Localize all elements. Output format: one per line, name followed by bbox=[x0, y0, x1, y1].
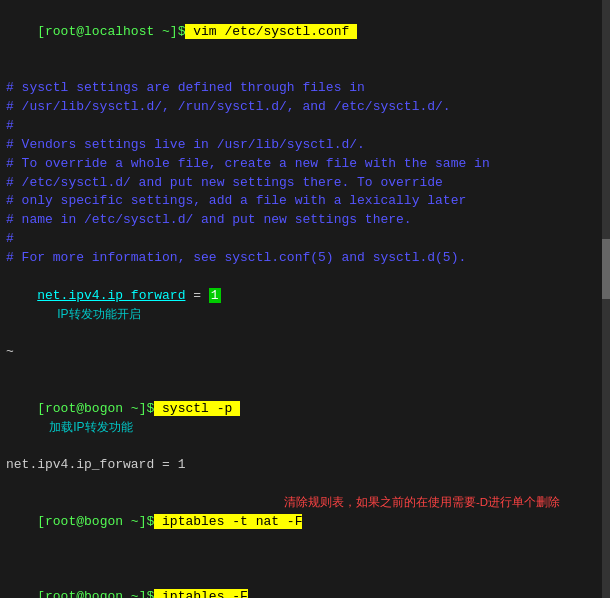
sysctl-output: net.ipv4.ip_forward = 1 bbox=[6, 456, 604, 475]
cmd-vim[interactable]: vim /etc/sysctl.conf bbox=[185, 24, 357, 39]
prompt-root: [root@localhost ~] bbox=[37, 24, 177, 39]
comment-2: # /usr/lib/sysctl.d/, /run/sysctl.d/, an… bbox=[6, 98, 604, 117]
terminal-window: [root@localhost ~]$ vim /etc/sysctl.conf… bbox=[0, 0, 610, 598]
command-iptables-F: [root@bogon ~]$ iptables -F bbox=[6, 569, 604, 598]
annotation-sysctl: 加载IP转发功能 bbox=[49, 420, 132, 434]
net-forward-line: net.ipv4.ip_forward = 1 IP转发功能开启 bbox=[6, 268, 604, 343]
command-line-vim: [root@localhost ~]$ vim /etc/sysctl.conf bbox=[6, 4, 604, 61]
command-iptables-natF: [root@bogon ~]$ iptables -t nat -F 清除规则表… bbox=[6, 494, 604, 569]
comment-9: # bbox=[6, 230, 604, 249]
blank-3 bbox=[6, 475, 604, 494]
net-ipv4-forward: net.ipv4.ip_forward bbox=[37, 288, 185, 303]
comment-1: # sysctl settings are defined through fi… bbox=[6, 79, 604, 98]
prompt-bogon-1: [root@bogon ~] bbox=[37, 401, 146, 416]
tilde-line: ~ bbox=[6, 343, 604, 362]
annotation-clear-rules: 清除规则表，如果之前的在使用需要-D进行单个删除 bbox=[284, 494, 560, 511]
cmd-iptables-natF[interactable]: iptables -t nat -F bbox=[154, 514, 302, 529]
comment-10: # For more information, see sysctl.conf(… bbox=[6, 249, 604, 268]
forward-value: 1 bbox=[209, 288, 221, 303]
cmd-iptables-F[interactable]: iptables -F bbox=[154, 589, 248, 598]
blank-1 bbox=[6, 61, 604, 80]
command-line-sysctl: [root@bogon ~]$ sysctl -p 加载IP转发功能 bbox=[6, 381, 604, 456]
scrollbar-thumb[interactable] bbox=[602, 239, 610, 299]
comment-8: # name in /etc/sysctl.d/ and put new set… bbox=[6, 211, 604, 230]
cmd-sysctl[interactable]: sysctl -p bbox=[154, 401, 240, 416]
comment-3: # bbox=[6, 117, 604, 136]
annotation-ip-forward: IP转发功能开启 bbox=[57, 307, 140, 321]
comment-5: # To override a whole file, create a new… bbox=[6, 155, 604, 174]
prompt-bogon-3: [root@bogon ~] bbox=[37, 589, 146, 598]
equals-sign: = bbox=[185, 288, 208, 303]
comment-7: # only specific settings, add a file wit… bbox=[6, 192, 604, 211]
scrollbar[interactable] bbox=[602, 0, 610, 598]
blank-2 bbox=[6, 362, 604, 381]
comment-6: # /etc/sysctl.d/ and put new settings th… bbox=[6, 174, 604, 193]
comment-4: # Vendors settings live in /usr/lib/sysc… bbox=[6, 136, 604, 155]
prompt-bogon-2: [root@bogon ~] bbox=[37, 514, 146, 529]
